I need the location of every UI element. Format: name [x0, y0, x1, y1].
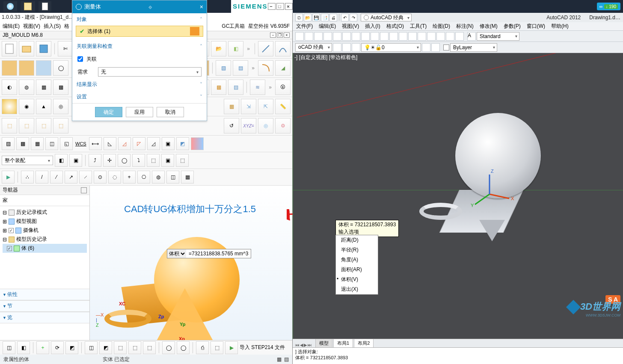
- undo-icon[interactable]: ↶: [341, 14, 349, 21]
- block-icon[interactable]: [2, 60, 17, 76]
- color-dropdown[interactable]: ByLayer: [450, 43, 497, 52]
- section-assoc[interactable]: 关联测量和检查 ˄: [72, 40, 207, 53]
- m-param[interactable]: 参数(P): [504, 23, 521, 30]
- bt-9[interactable]: ⬚: [128, 341, 141, 354]
- s-i1[interactable]: ▦: [277, 356, 282, 362]
- expand-icon[interactable]: ⊟: [3, 237, 7, 243]
- assembly-dropdown[interactable]: 整个装配: [2, 156, 53, 165]
- assoc-checkbox[interactable]: [77, 54, 83, 64]
- xyz-icon[interactable]: XYZ=: [241, 118, 256, 133]
- cone-icon[interactable]: ▲: [36, 99, 51, 114]
- l1[interactable]: [333, 43, 341, 52]
- bt-11[interactable]: ◯: [162, 341, 175, 354]
- command-line[interactable]: ] 选择对象: 体积 = 7321218507.3893: [293, 347, 623, 364]
- snap-4[interactable]: ↗: [65, 171, 77, 183]
- open-icon[interactable]: 📂: [304, 14, 312, 21]
- m-view[interactable]: 视图(V): [342, 23, 359, 30]
- t-d1[interactable]: ↺: [224, 118, 239, 133]
- l3[interactable]: [352, 43, 360, 52]
- r-8[interactable]: [191, 137, 204, 150]
- m-draw[interactable]: 绘图(D): [433, 23, 450, 30]
- cm-volume[interactable]: 体积(V): [336, 275, 378, 284]
- bt-1[interactable]: ◫: [3, 341, 15, 354]
- style-dropdown[interactable]: Standard: [477, 32, 519, 41]
- wave-icon[interactable]: ⦿: [275, 80, 291, 95]
- t14[interactable]: [418, 32, 426, 41]
- tab-last[interactable]: ⏭: [308, 343, 312, 347]
- revolve-icon[interactable]: [36, 60, 51, 76]
- r-4[interactable]: ◸: [133, 137, 145, 150]
- save-icon[interactable]: 💾: [312, 14, 320, 21]
- tool-b2[interactable]: ⇲: [241, 99, 256, 114]
- snap-6[interactable]: ⊙: [94, 171, 107, 183]
- snap-11[interactable]: ◫: [166, 171, 179, 183]
- snap-8[interactable]: +: [123, 171, 136, 183]
- menu-starplugin[interactable]: 星空外挂 V6.935F: [248, 23, 290, 30]
- t16[interactable]: [436, 32, 445, 41]
- pat-3[interactable]: ▤: [228, 80, 243, 95]
- t13[interactable]: [408, 32, 417, 41]
- a5[interactable]: ◯: [118, 154, 131, 167]
- cm-angle[interactable]: 角度(A): [336, 255, 378, 265]
- s-i2[interactable]: ▤: [284, 356, 289, 362]
- dialog-titlebar[interactable]: 测量体 ⟐ ×: [72, 0, 207, 13]
- tab-next[interactable]: ▶: [304, 343, 307, 347]
- menu-insert[interactable]: 插入(S): [44, 23, 61, 30]
- taskbar-app-2[interactable]: [21, 1, 35, 12]
- shell-icon[interactable]: ▧: [216, 60, 231, 76]
- checkbox[interactable]: ✓: [9, 228, 14, 233]
- redo-icon[interactable]: ↷: [350, 14, 357, 21]
- m-dim[interactable]: 标注(N): [456, 23, 474, 30]
- save-icon[interactable]: [36, 41, 51, 56]
- r-3[interactable]: ◿: [118, 137, 131, 150]
- t10[interactable]: [380, 32, 389, 41]
- a7[interactable]: ⬚: [147, 154, 160, 167]
- section-settings[interactable]: 设置 ˅: [72, 91, 207, 103]
- torus-icon[interactable]: ◎: [53, 99, 68, 114]
- tab-first[interactable]: ⏮: [295, 343, 300, 347]
- snap-10[interactable]: ◍: [152, 171, 165, 183]
- menu-edit[interactable]: 编辑(E): [3, 23, 20, 30]
- ws-dropdown[interactable]: oCAD 经典: [295, 43, 332, 52]
- t-c2[interactable]: ⬚: [19, 118, 34, 133]
- bt-8[interactable]: ⬚: [114, 341, 127, 354]
- r-2[interactable]: ◺: [104, 137, 116, 150]
- view-label[interactable]: -] [自定义视图] [带边框着色]: [294, 54, 357, 61]
- expand-icon[interactable]: ⊟: [3, 210, 7, 216]
- m-insert[interactable]: 插入(I): [365, 23, 380, 30]
- checkbox[interactable]: ✓: [7, 246, 12, 251]
- cancel-button[interactable]: 取消: [157, 107, 184, 117]
- t-c1[interactable]: ⬚: [2, 118, 17, 133]
- t11[interactable]: [389, 32, 398, 41]
- sync-pill[interactable]: ∞ ↓ 190: [597, 3, 620, 10]
- section-result[interactable]: 结果显示 ˅: [72, 78, 207, 91]
- gear2-icon[interactable]: ⚙: [275, 118, 291, 133]
- t-a3[interactable]: ▦: [36, 80, 51, 95]
- snap-9[interactable]: ⎔: [137, 171, 150, 183]
- tree-model-history[interactable]: 模型历史记录: [16, 236, 47, 243]
- t5[interactable]: [333, 32, 341, 41]
- chamfer-icon[interactable]: ◢: [275, 60, 291, 76]
- A-icon[interactable]: A: [467, 32, 476, 41]
- snap-5[interactable]: ⟋: [79, 171, 92, 183]
- a6[interactable]: ⤵: [132, 154, 145, 167]
- saveall-icon[interactable]: 📑: [321, 14, 329, 21]
- measure-select[interactable]: 体积: [167, 249, 186, 258]
- t6[interactable]: [342, 32, 351, 41]
- m-edit[interactable]: 编辑(E): [319, 23, 336, 30]
- cm-distance[interactable]: 距离(D): [336, 235, 378, 245]
- curve-icon[interactable]: [258, 60, 273, 76]
- a2[interactable]: ▣: [69, 154, 82, 167]
- t15[interactable]: [427, 32, 436, 41]
- l4[interactable]: [422, 43, 430, 52]
- bt-5[interactable]: ◩: [65, 341, 78, 354]
- t-c4[interactable]: ⬚: [53, 118, 68, 133]
- apply-button[interactable]: 应用: [126, 107, 153, 117]
- tab-prev[interactable]: ◀: [300, 343, 303, 347]
- restore-button[interactable]: □: [276, 3, 284, 10]
- min-button[interactable]: −: [268, 3, 276, 10]
- import-step-label[interactable]: 导入 STEP214 文件: [240, 344, 285, 351]
- m-modify[interactable]: 修改(M): [480, 23, 498, 30]
- l2[interactable]: [342, 43, 351, 52]
- a9[interactable]: ⬚: [176, 154, 189, 167]
